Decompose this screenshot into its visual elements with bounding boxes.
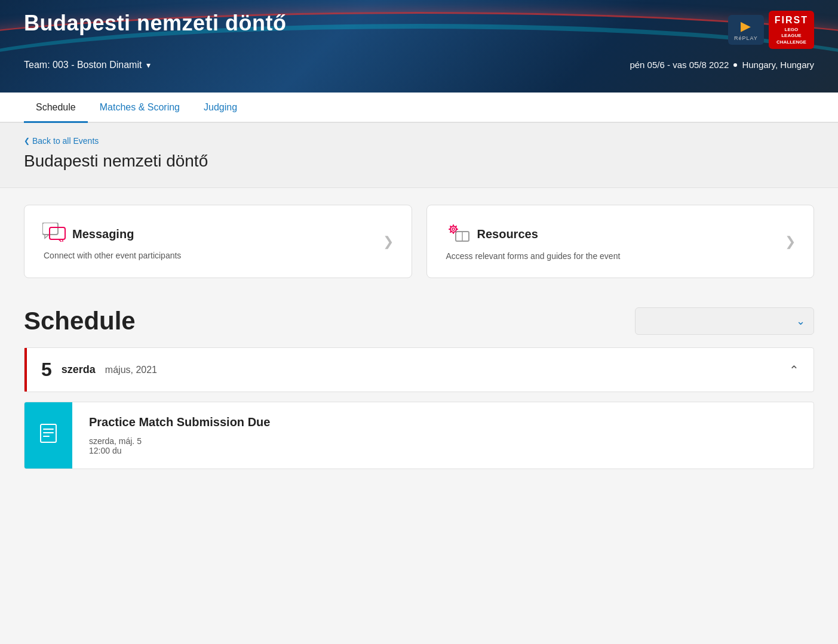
tab-judging[interactable]: Judging [192, 93, 249, 123]
back-to-events-link[interactable]: ❮ Back to all Events [24, 136, 814, 146]
event-checklist-icon [38, 423, 59, 448]
fll-name-label: LEAGUE [781, 33, 801, 39]
header-logos: ▶ RéPLAY FIRST LEGO LEAGUE CHALLENGE [728, 11, 814, 49]
event-location: Hungary, Hungary [742, 60, 814, 70]
fll-logo: FIRST LEGO LEAGUE CHALLENGE [769, 11, 814, 49]
messaging-card-content: Messaging Connect with other event parti… [42, 223, 181, 260]
date-row: 5 szerda május, 2021 ⌃ [24, 348, 814, 392]
messaging-card-title: Messaging [72, 227, 134, 241]
back-chevron-left-icon: ❮ [24, 137, 30, 145]
date-day: szerda [62, 363, 96, 376]
breadcrumb-section: ❮ Back to all Events Budapesti nemzeti d… [0, 123, 838, 188]
tab-matches-scoring[interactable]: Matches & Scoring [88, 93, 192, 123]
page-heading: Budapesti nemzeti döntő [24, 152, 814, 171]
event-item[interactable]: Practice Match Submission Due szerda, má… [24, 402, 814, 469]
header-sub-row: Team: 003 - Boston Dinamit ▾ pén 05/6 - … [24, 60, 814, 79]
event-content: Practice Match Submission Due szerda, má… [72, 402, 814, 469]
event-title: Budapesti nemzeti döntő [24, 11, 287, 36]
header: Budapesti nemzeti döntő ▶ RéPLAY FIRST L… [0, 0, 838, 93]
filter-chevron-down-icon: ⌄ [796, 315, 805, 328]
tab-matches-label: Matches & Scoring [100, 102, 180, 112]
dot-separator [733, 63, 737, 67]
event-time-line: 12:00 du [89, 446, 797, 455]
date-number: 5 [41, 359, 52, 381]
svg-marker-3 [59, 239, 63, 242]
resources-card-content: Resources Access relevant forms and guid… [445, 222, 621, 261]
resources-card-desc: Access relevant forms and guides for the… [446, 251, 621, 261]
event-title-text: Practice Match Submission Due [89, 415, 797, 429]
svg-point-5 [452, 228, 455, 230]
event-date: pén 05/6 - vas 05/8 2022 Hungary, Hungar… [630, 60, 814, 70]
replay-label: RéPLAY [734, 35, 758, 41]
date-month-year: május, 2021 [105, 365, 157, 375]
messaging-card-title-row: Messaging [42, 223, 181, 246]
replay-logo: ▶ RéPLAY [728, 15, 764, 45]
team-selector[interactable]: Team: 003 - Boston Dinamit ▾ [24, 60, 151, 70]
messaging-card-desc: Connect with other event participants [44, 251, 181, 260]
back-label: Back to all Events [32, 136, 99, 146]
resources-card-title: Resources [477, 227, 538, 241]
fll-type-label: CHALLENGE [776, 39, 806, 45]
schedule-header: Schedule ⌄ [24, 307, 814, 335]
tab-schedule-label: Schedule [36, 102, 76, 112]
schedule-section: Schedule ⌄ 5 szerda május, 2021 ⌃ [0, 295, 838, 469]
resources-icon [445, 222, 471, 246]
page-body: ❮ Back to all Events Budapesti nemzeti d… [0, 123, 838, 469]
tab-schedule[interactable]: Schedule [24, 93, 88, 123]
replay-icon: ▶ [741, 19, 751, 34]
fll-first-label: FIRST [775, 14, 808, 27]
team-chevron-down-icon: ▾ [146, 60, 151, 70]
header-top-row: Budapesti nemzeti döntő ▶ RéPLAY FIRST L… [24, 11, 814, 49]
fll-league-label: LEGO [785, 27, 799, 33]
tab-judging-label: Judging [204, 102, 237, 112]
cards-section: Messaging Connect with other event parti… [0, 188, 838, 295]
schedule-title: Schedule [24, 307, 136, 335]
resources-card-chevron-right-icon: ❯ [785, 234, 796, 249]
resources-card[interactable]: Resources Access relevant forms and guid… [426, 205, 815, 278]
resources-card-title-row: Resources [445, 222, 621, 246]
date-row-container: 5 szerda május, 2021 ⌃ [24, 347, 814, 392]
messaging-card-chevron-right-icon: ❯ [383, 234, 394, 249]
tabs-bar: Schedule Matches & Scoring Judging [0, 93, 838, 123]
schedule-filter-dropdown[interactable]: ⌄ [635, 307, 814, 335]
date-row-collapse-icon[interactable]: ⌃ [789, 363, 799, 377]
event-date-line: szerda, máj. 5 [89, 436, 797, 446]
svg-line-10 [450, 226, 452, 227]
event-color-bar [24, 402, 72, 469]
messaging-card[interactable]: Messaging Connect with other event parti… [24, 205, 412, 278]
date-range: pén 05/6 - vas 05/8 2022 [630, 60, 729, 70]
svg-line-12 [455, 226, 456, 227]
team-label: Team: 003 - Boston Dinamit [24, 60, 142, 70]
svg-line-13 [450, 232, 452, 233]
messaging-icon [42, 223, 66, 246]
